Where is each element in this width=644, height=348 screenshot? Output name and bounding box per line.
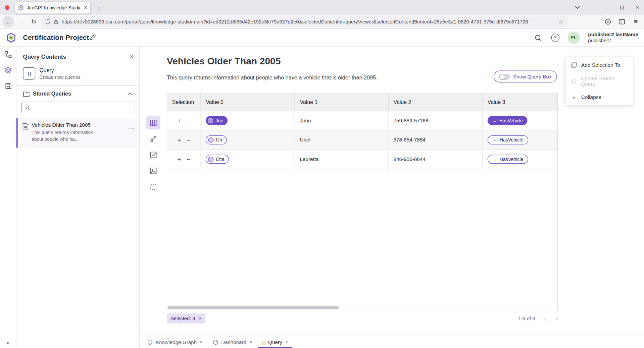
relationship-pill[interactable]: →HasVehicle [488, 135, 528, 144]
menu-item-collapse[interactable]: » Collapse [565, 89, 633, 105]
selection-tools-icon[interactable] [146, 180, 160, 194]
window-close-button[interactable]: × [631, 2, 644, 12]
dashboard-icon [213, 339, 218, 345]
navbar-right-icons: ≡ [602, 16, 641, 27]
search-icon[interactable] [534, 33, 543, 42]
new-query-item[interactable]: { } Query Create new queries [16, 64, 139, 85]
add-to-selection-icon[interactable]: + [177, 117, 181, 124]
chart-view-icon[interactable] [146, 148, 160, 162]
show-query-box-toggle[interactable]: Show Query Box [494, 71, 557, 82]
stored-queries-header[interactable]: Stored Queries [16, 86, 139, 99]
table-row[interactable]: + − Etta Lauretta 846-956-8644 →HasVehic… [167, 150, 557, 169]
relationship-label: HasVehicle [500, 137, 523, 142]
entity-label: Uri [216, 137, 222, 142]
entity-pill[interactable]: Etta [206, 155, 229, 164]
table-row[interactable]: + − Joe John 759-889-57168 →HasVehicle [167, 111, 557, 131]
menu-item-add-selection-to[interactable]: Add Selection To [565, 57, 633, 73]
tab-label: Knowledge Graph [156, 339, 197, 345]
scrollbar-thumb[interactable] [167, 306, 339, 309]
forward-button[interactable]: → [16, 16, 27, 27]
entity-pill[interactable]: Joe [206, 116, 227, 125]
table-empty-area [167, 169, 557, 305]
table-view-icon[interactable] [146, 116, 160, 130]
tab-knowledge-graph[interactable]: Knowledge Graph × [143, 336, 207, 348]
relationship-pill[interactable]: →HasVehicle [488, 116, 528, 125]
table-row[interactable]: + − Uri Uriel 578-654-7854 →HasVehicle [167, 130, 557, 150]
add-to-selection-icon[interactable]: + [177, 136, 181, 143]
entity-label: Etta [216, 157, 225, 162]
stored-query-item[interactable]: Vehicles Older Than 2005 This query retu… [16, 118, 139, 148]
browser-app-icon [5, 5, 9, 10]
maximize-icon [620, 6, 624, 9]
item-options-icon[interactable]: ··· [128, 126, 135, 132]
project-title: Certification Project [23, 34, 89, 41]
entity-pill[interactable]: Uri [206, 135, 227, 144]
tab-query[interactable]: { } Query × [258, 336, 292, 348]
tab-list-chevron-icon[interactable] [574, 3, 583, 11]
window-minimize-button[interactable]: – [600, 2, 612, 12]
reload-button[interactable]: ↻ [28, 16, 39, 27]
browser-tab[interactable]: ArcGIS Knowledge Studio × [15, 2, 90, 13]
data-model-icon[interactable] [0, 47, 16, 63]
column-header[interactable]: Value 0 [201, 93, 295, 111]
entity-dot-icon [208, 157, 214, 162]
map-view-icon[interactable] [146, 164, 160, 178]
new-tab-button[interactable]: + [94, 2, 104, 13]
pagination-range: 1-3 of 3 [518, 315, 535, 321]
url-bar[interactable]: https://dev0028833.esri.com/portal/apps/… [41, 16, 567, 27]
stored-query-title: Vehicles Older Than 2005 [32, 122, 105, 128]
hamburger-menu-icon[interactable]: ≡ [630, 16, 641, 27]
tab-dashboard[interactable]: Dashboard × [208, 336, 256, 348]
column-header[interactable]: Value 2 [389, 93, 483, 111]
clear-selection-icon[interactable]: × [199, 315, 202, 321]
cell-value: Uriel [295, 130, 389, 149]
selected-count-label: Selected: 3 [170, 315, 195, 321]
horizontal-scrollbar[interactable] [167, 305, 557, 310]
window-maximize-button[interactable] [616, 2, 628, 12]
entity-label: Joe [216, 118, 224, 123]
stored-queries-search[interactable] [21, 102, 135, 113]
remove-from-selection-icon[interactable]: − [187, 136, 190, 143]
chevron-up-icon[interactable] [127, 91, 133, 97]
pocket-icon[interactable] [602, 16, 613, 27]
menu-item-update-stored-query[interactable]: { } Update Stored Query [565, 73, 633, 89]
tracking-shield-icon[interactable] [45, 19, 51, 24]
bookmark-star-icon[interactable]: ☆ [558, 18, 563, 25]
link-chart-view-icon[interactable] [146, 132, 160, 146]
search-icon [25, 105, 31, 110]
avatar[interactable]: PL [567, 32, 580, 44]
user-info[interactable]: publisher2 lastName publisher2 [588, 32, 638, 44]
remove-from-selection-icon[interactable]: − [187, 117, 190, 124]
help-icon[interactable]: ? [551, 34, 559, 42]
selected-count-chip[interactable]: Selected: 3 × [167, 313, 205, 323]
column-header[interactable]: Value 3 [483, 93, 557, 111]
tab-close-icon[interactable]: × [249, 339, 252, 345]
column-header[interactable]: Value 1 [295, 93, 389, 111]
tab-close-icon[interactable]: × [200, 339, 203, 345]
sidebar-icon[interactable] [616, 16, 628, 27]
lock-icon[interactable] [54, 19, 58, 24]
add-to-selection-icon[interactable]: + [177, 156, 181, 163]
relationship-pill[interactable]: →HasVehicle [488, 155, 528, 164]
contents-layers-icon[interactable] [0, 62, 16, 78]
query-braces-icon: { } [262, 340, 265, 345]
tab-close-icon[interactable]: × [84, 5, 87, 10]
tab-close-icon[interactable]: × [285, 339, 288, 345]
back-button[interactable]: ← [2, 16, 14, 27]
next-page-icon[interactable]: › [555, 315, 558, 322]
header-right: ? PL publisher2 lastName publisher2 [534, 29, 638, 47]
menu-item-label: Collapse [581, 94, 601, 100]
remove-from-selection-icon[interactable]: − [187, 156, 190, 163]
query-item-label: Query [39, 67, 80, 73]
panel-close-icon[interactable]: × [130, 53, 134, 60]
previous-page-icon[interactable]: ‹ [544, 315, 546, 322]
menu-item-label: Update Stored Query [581, 75, 628, 87]
query-result-title: Vehicles Older Than 2005 [167, 56, 281, 67]
column-header[interactable]: Selection [167, 93, 201, 111]
rail-expand-icon[interactable]: » [0, 339, 16, 346]
left-rail: » [0, 47, 16, 348]
search-input[interactable] [33, 105, 131, 110]
edit-title-icon[interactable] [90, 34, 96, 41]
relationship-arrow-icon: → [492, 157, 497, 162]
save-icon[interactable] [0, 78, 16, 94]
